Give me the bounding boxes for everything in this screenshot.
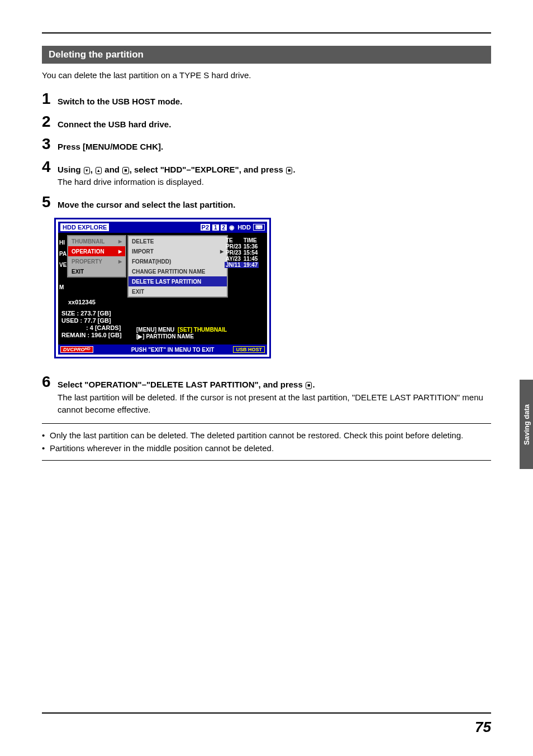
stat-remain: REMAIN : 196.0 [GB] xyxy=(61,332,122,339)
page-number: 75 xyxy=(475,719,491,736)
left-letter: HI xyxy=(59,237,66,248)
chevron-right-icon: ▶ xyxy=(118,239,122,244)
step-2: 2 Connect the USB hard drive. xyxy=(42,114,491,131)
dvcpro-badge: DVCPROHD xyxy=(60,346,93,353)
col-time: TIME xyxy=(242,237,259,243)
step-3: 3 Press [MENU/MODE CHK]. xyxy=(42,136,491,154)
partition-table: TETIME PR/2315:36 PR/2315:54 AY/2311:45 … xyxy=(225,237,265,268)
menu-item-operation[interactable]: OPERATION▶ xyxy=(68,246,125,256)
step-text-b: , xyxy=(91,165,95,174)
step-text-d: , select "HDD"–"EXPLORE", and press xyxy=(130,165,285,174)
stat-used: USED : 77.7 [GB] xyxy=(61,317,122,324)
menu-item-delete[interactable]: DELETE xyxy=(129,236,227,246)
step-text-e: . xyxy=(293,165,295,174)
menu-item-property[interactable]: PROPERTY▶ xyxy=(68,256,125,266)
step-number: 1 xyxy=(42,91,58,108)
notes: •Only the last partition can be deleted.… xyxy=(42,429,491,455)
menu-item-exit[interactable]: EXIT xyxy=(68,266,125,276)
menu-item-format[interactable]: FORMAT(HDD) xyxy=(129,256,227,266)
step-text: Press [MENU/MODE CHK]. xyxy=(58,142,163,151)
step-6: 6 Select "OPERATION"–"DELETE LAST PARTIT… xyxy=(42,374,491,417)
slot-2-icon: 2 xyxy=(220,224,228,231)
chevron-right-icon: ▶ xyxy=(220,249,223,254)
note-rule xyxy=(42,423,491,424)
step-sub: The last partition will be deleted. If t… xyxy=(58,391,491,417)
drive-stats: SIZE : 273.7 [GB] USED : 77.7 [GB] : 4 [… xyxy=(61,310,122,339)
menu-primary: THUMBNAIL▶ OPERATION▶ PROPERTY▶ EXIT xyxy=(67,235,126,277)
chevron-right-icon: ▶ xyxy=(118,259,122,264)
drive-serial: xx012345 xyxy=(68,299,96,305)
hdd-label: HDD xyxy=(237,224,251,231)
bottom-rule xyxy=(42,712,491,714)
note-rule xyxy=(42,460,491,461)
step-4: 4 Using ▾, ▴ and ■, select "HDD"–"EXPLOR… xyxy=(42,159,491,189)
scr-body: HI PA VE M THUMBNAIL▶ OPERATION▶ PROPERT… xyxy=(58,233,267,344)
left-letter xyxy=(59,271,66,282)
section-heading: Deleting the partition xyxy=(42,46,491,64)
step-5: 5 Move the cursor and select the last pa… xyxy=(42,194,491,212)
step-number: 2 xyxy=(42,114,58,131)
table-row[interactable]: AY/2311:45 xyxy=(225,256,259,262)
step-text: Connect the USB hard drive. xyxy=(58,119,171,129)
step-number: 3 xyxy=(42,136,58,154)
scr-footer: DVCPROHD PUSH "EXIT" IN MENU TO EXIT USB… xyxy=(58,344,267,355)
scr-title: HDD EXPLORE xyxy=(60,223,109,231)
footer-hint: PUSH "EXIT" IN MENU TO EXIT xyxy=(131,347,215,353)
step-number: 6 xyxy=(42,374,58,417)
step-text: Switch to the USB HOST mode. xyxy=(58,97,182,106)
table-row[interactable]: PR/2315:54 xyxy=(225,250,259,256)
menu-item-thumbnail[interactable]: THUMBNAIL▶ xyxy=(68,236,125,246)
left-letter: M xyxy=(59,282,66,293)
top-rule xyxy=(42,32,491,34)
scr-header: HDD EXPLORE P2 1 2 ◉ HDD ⌨ xyxy=(58,222,267,233)
chevron-right-icon: ▶ xyxy=(118,249,122,254)
set-icon: ■ xyxy=(306,382,312,389)
menu-hints: [MENU] MENU [SET] THUMBNAIL [▶] PARTITIO… xyxy=(136,327,227,340)
intro-text: You can delete the last partition on a T… xyxy=(42,69,491,81)
stat-size: SIZE : 273.7 [GB] xyxy=(61,310,122,317)
steps-list: 1 Switch to the USB HOST mode. 2 Connect… xyxy=(42,91,491,417)
menu-secondary: DELETE IMPORT▶ FORMAT(HDD) CHANGE PARTIT… xyxy=(127,235,228,298)
step-text: Move the cursor and select the last part… xyxy=(58,200,235,209)
left-hint-letters: HI PA VE M xyxy=(59,237,66,293)
drive-icon: ◉ xyxy=(229,224,235,231)
menu-item-import[interactable]: IMPORT▶ xyxy=(129,246,227,256)
step-number: 4 xyxy=(42,159,58,189)
down-icon: ▾ xyxy=(84,167,90,174)
slot-1-icon: 1 xyxy=(212,224,220,231)
stat-cards: : 4 [CARDS] xyxy=(61,324,122,332)
left-letter: PA xyxy=(59,248,66,260)
hdd-explore-screenshot: HDD EXPLORE P2 1 2 ◉ HDD ⌨ HI PA VE M xyxy=(54,218,271,358)
step-text-b: . xyxy=(312,380,315,389)
note-2: Partitions wherever in the middle positi… xyxy=(50,442,274,454)
menu-item-change-partition-name[interactable]: CHANGE PARTITION NAME xyxy=(129,266,227,276)
menu-item-exit-2[interactable]: EXIT xyxy=(129,286,227,296)
set-icon: ■ xyxy=(286,167,292,174)
side-tab: Saving data xyxy=(520,380,533,469)
col-date: TE xyxy=(225,237,242,243)
step-number: 5 xyxy=(42,194,58,212)
p2-label: P2 xyxy=(201,224,210,231)
step-text-a: Using xyxy=(58,165,83,174)
side-tab-label: Saving data xyxy=(522,404,531,445)
step-1: 1 Switch to the USB HOST mode. xyxy=(42,91,491,108)
usb-host-badge: USB HOST xyxy=(233,346,265,353)
set-icon: ■ xyxy=(122,167,129,174)
table-row[interactable]: PR/2315:36 xyxy=(225,243,259,250)
table-row-selected[interactable]: JN/1119:47 xyxy=(225,262,259,268)
up-icon: ▴ xyxy=(96,167,102,174)
step-text-c: and xyxy=(102,165,122,174)
menu-item-delete-last-partition[interactable]: DELETE LAST PARTITION xyxy=(129,276,227,286)
step-text-a: Select "OPERATION"–"DELETE LAST PARTITIO… xyxy=(58,380,305,389)
left-letter: VE xyxy=(59,260,66,271)
step-sub: The hard drive information is displayed. xyxy=(58,176,491,189)
note-1: Only the last partition can be deleted. … xyxy=(50,429,463,442)
keyboard-icon: ⌨ xyxy=(253,224,265,231)
